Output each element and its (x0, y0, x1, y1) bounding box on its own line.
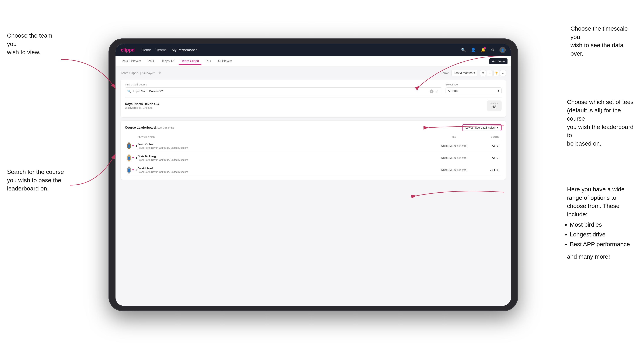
player-info-2: Blair McHarg Royal North Devon Golf Club… (138, 155, 430, 161)
time-period-dropdown[interactable]: Last 3 months ▾ (452, 70, 478, 76)
player-club-3: Royal North Devon Golf Club, United King… (138, 171, 430, 173)
nav-icons: 🔍 👤 🔔 ⚙ 👤 (460, 47, 506, 53)
rank-1: 1 (135, 144, 138, 148)
nav-teams[interactable]: Teams (156, 47, 166, 53)
top-nav: clippd Home Teams My Performance 🔍 👤 🔔 ⚙… (116, 44, 511, 56)
list-view-button[interactable]: ☰ (487, 70, 492, 76)
tee-col-header: TEE (452, 136, 456, 138)
nav-team-clippd[interactable]: Team Clippd (178, 58, 202, 65)
tablet-frame: clippd Home Teams My Performance 🔍 👤 🔔 ⚙… (108, 38, 518, 311)
leaderboard-header: Course Leaderboard, Last 3 months Lowest… (125, 124, 502, 131)
heart-icon-2: ♥ (132, 156, 134, 160)
score-type-dropdown[interactable]: Lowest Score (18 holes) ▾ (462, 124, 502, 131)
annotation-bottom-left: Search for the course you wish to base t… (7, 168, 64, 193)
player-name-1: Josh Coles (138, 143, 430, 146)
leaderboard-subtitle: Last 3 months (158, 126, 174, 129)
search-icon[interactable]: 🔍 (460, 47, 466, 53)
clear-search-button[interactable]: ✕ (430, 89, 434, 93)
heart-icon-3: ♥ (132, 169, 134, 172)
find-course-label: Find a Golf Course (125, 83, 442, 86)
settings-icon[interactable]: ⚙ (490, 47, 496, 53)
show-label: Show: (440, 71, 449, 75)
nav-all-players[interactable]: All Players (215, 58, 235, 64)
player-tee-2: White (M) (6,744 yds) (430, 156, 478, 160)
annotation-top-left: Choose the team you wish to view. (7, 31, 56, 56)
rank-2: 1 (135, 156, 138, 160)
select-tee-label: Select Tee (446, 83, 502, 86)
app-logo: clippd (121, 47, 134, 53)
player-tee-1: White (M) (6,744 yds) (430, 144, 478, 148)
rank-wrap-2: 👤 ♥ 1 (127, 155, 138, 162)
table-row: 👤 ♥ 1 Blair McHarg Royal North Devon Gol… (125, 152, 502, 164)
tablet-screen: clippd Home Teams My Performance 🔍 👤 🔔 ⚙… (116, 44, 511, 306)
player-col-header: PLAYER NAME (138, 136, 155, 138)
annotation-bottom-right: Here you have a wide range of options to… (567, 185, 637, 261)
player-info-3: David Ford Royal North Devon Golf Club, … (138, 167, 430, 173)
annotation-middle-right: Choose which set of tees (default is all… (567, 98, 637, 148)
tee-dropdown[interactable]: All Tees ▾ (446, 87, 502, 94)
player-avatar-3: 👤 (127, 167, 131, 173)
trophy-view-button[interactable]: 🏆 (494, 70, 499, 76)
player-name-2: Blair McHarg (138, 155, 430, 158)
rank-wrap-3: 👤 ♥ 3 (127, 167, 138, 173)
list-item: Longest drive (570, 230, 637, 239)
course-location: Westward Ho!, England (125, 106, 159, 109)
nav-home[interactable]: Home (142, 47, 151, 53)
team-title: Team Clippd | 14 Players (121, 71, 155, 75)
player-score-3: 73 (+1) (478, 168, 500, 172)
list-item: Best APP performance (570, 240, 637, 248)
and-more-text: and many more! (567, 252, 637, 261)
table-row: 👤 ♥ 1 Josh Coles Royal North Devon Golf … (125, 140, 502, 152)
holes-box: Holes 18 (487, 100, 502, 111)
options-list: Most birdies Longest drive Best APP perf… (570, 220, 637, 248)
leaderboard-section: Course Leaderboard, Last 3 months Lowest… (121, 121, 506, 180)
holes-count: 18 (490, 105, 498, 109)
player-name-3: David Ford (138, 167, 430, 170)
main-content: Team Clippd | 14 Players ✏ Show: Last 3 … (116, 66, 511, 306)
grid-view-button[interactable]: ⊞ (480, 70, 486, 76)
player-avatar-1: 👤 (127, 142, 131, 149)
nav-tour[interactable]: Tour (202, 58, 214, 64)
leaderboard-title: Course Leaderboard, (125, 126, 156, 129)
player-info-1: Josh Coles Royal North Devon Golf Club, … (138, 143, 430, 149)
holes-label: Holes (490, 102, 498, 105)
player-club-1: Royal North Devon Golf Club, United King… (138, 147, 430, 149)
favorite-button[interactable]: ☆ (435, 89, 440, 94)
course-search-input[interactable] (132, 90, 428, 93)
nav-links: Home Teams My Performance (142, 47, 460, 53)
course-name: Royal North Devon GC (125, 102, 159, 106)
sub-nav: PGAT Players PGA Hcaps 1-5 Team Clippd T… (116, 56, 511, 66)
search-magnifier-icon: 🔍 (127, 89, 131, 93)
team-header: Team Clippd | 14 Players ✏ Show: Last 3 … (121, 70, 506, 76)
heart-icon-1: ♥ (132, 144, 134, 148)
notification-icon[interactable]: 🔔 (480, 47, 486, 53)
user-avatar[interactable]: 👤 (500, 47, 506, 53)
player-club-2: Royal North Devon Golf Club, United King… (138, 159, 430, 161)
list-item: Most birdies (570, 220, 637, 229)
table-header: PLAYER NAME TEE SCORE (125, 134, 502, 140)
course-search-section: Find a Golf Course 🔍 ✕ ☆ (125, 83, 442, 95)
player-tee-3: White (M) (6,744 yds) (430, 169, 478, 172)
notification-badge (484, 47, 486, 49)
course-result: Royal North Devon GC Westward Ho!, Engla… (125, 98, 502, 114)
player-score-2: 72 (E) (478, 156, 500, 160)
rank-wrap-1: 👤 ♥ 1 (127, 142, 138, 149)
app-container: clippd Home Teams My Performance 🔍 👤 🔔 ⚙… (116, 44, 511, 306)
player-avatar-2: 👤 (127, 155, 131, 162)
search-row: Find a Golf Course 🔍 ✕ ☆ Select Tee (125, 83, 502, 95)
nav-my-performance[interactable]: My Performance (172, 47, 198, 53)
nav-hcaps[interactable]: Hcaps 1-5 (158, 58, 178, 64)
download-button[interactable]: ⬇ (500, 70, 506, 76)
annotation-top-right: Choose the timescale you wish to see the… (570, 24, 637, 58)
add-team-button[interactable]: Add Team (489, 58, 508, 64)
score-col-header: SCORE (491, 136, 500, 138)
rank-3: 3 (135, 168, 138, 172)
team-controls: Show: Last 3 months ▾ ⊞ ☰ 🏆 ⬇ (440, 70, 506, 76)
nav-pgat-players[interactable]: PGAT Players (119, 58, 144, 64)
edit-icon[interactable]: ✏ (159, 71, 161, 75)
nav-pga[interactable]: PGA (145, 58, 157, 64)
player-score-1: 72 (E) (478, 144, 500, 148)
course-search-input-wrap: 🔍 ✕ ☆ (125, 87, 442, 95)
view-icons: ⊞ ☰ 🏆 ⬇ (480, 70, 506, 76)
people-icon[interactable]: 👤 (470, 47, 476, 53)
